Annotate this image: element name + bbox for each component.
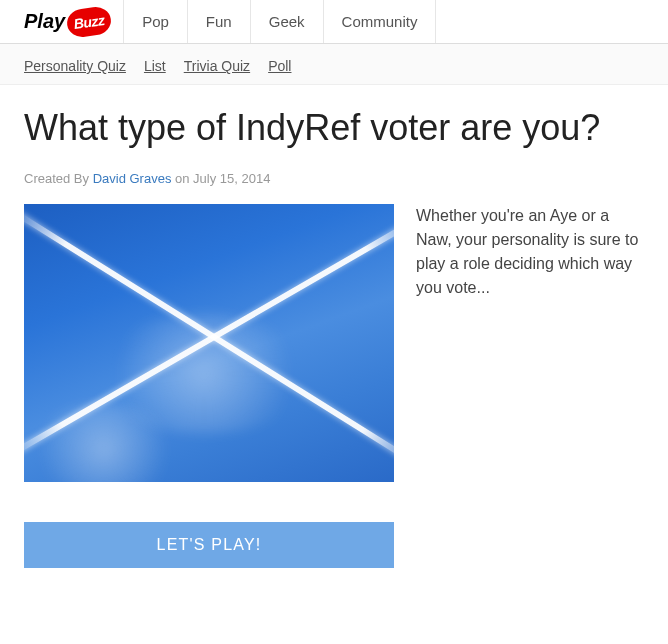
top-navbar: Play Buzz Pop Fun Geek Community (0, 0, 668, 44)
hero-image (24, 204, 394, 482)
description-text: Whether you're an Aye or a Naw, your per… (416, 204, 644, 300)
subnav-link-personality-quiz[interactable]: Personality Quiz (24, 58, 126, 74)
author-link[interactable]: David Graves (93, 171, 172, 186)
logo[interactable]: Play Buzz (0, 8, 123, 36)
subnav-link-poll[interactable]: Poll (268, 58, 291, 74)
lets-play-button[interactable]: LET'S PLAY! (24, 522, 394, 568)
main-nav: Pop Fun Geek Community (123, 0, 436, 43)
byline: Created By David Graves on July 15, 2014 (24, 171, 644, 186)
nav-item-fun[interactable]: Fun (188, 0, 251, 43)
logo-text-buzz: Buzz (65, 5, 112, 39)
subnav-link-trivia-quiz[interactable]: Trivia Quiz (184, 58, 250, 74)
nav-item-pop[interactable]: Pop (123, 0, 188, 43)
nav-item-geek[interactable]: Geek (251, 0, 324, 43)
body-row: Whether you're an Aye or a Naw, your per… (24, 204, 644, 482)
content-area: What type of IndyRef voter are you? Crea… (0, 85, 668, 598)
byline-suffix: on July 15, 2014 (171, 171, 270, 186)
sub-nav: Personality Quiz List Trivia Quiz Poll (0, 44, 668, 85)
nav-item-community[interactable]: Community (324, 0, 437, 43)
logo-text-play: Play (24, 10, 65, 33)
subnav-link-list[interactable]: List (144, 58, 166, 74)
byline-prefix: Created By (24, 171, 93, 186)
page-title: What type of IndyRef voter are you? (24, 107, 644, 149)
